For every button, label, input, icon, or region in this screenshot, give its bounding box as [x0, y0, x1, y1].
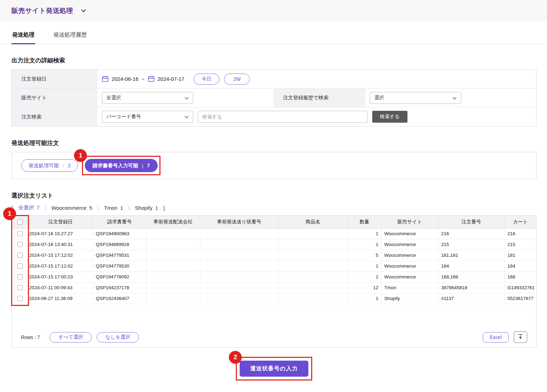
order-list-section-title: 選択注文リスト — [12, 192, 537, 200]
row-checkbox[interactable] — [17, 242, 23, 247]
main-content: 出力注文の詳細検索 注文登録日 2024-06-16 ~ 2024-07-17 … — [0, 56, 547, 381]
today-button[interactable]: 今日 — [194, 74, 219, 85]
select-all-button[interactable]: すべて選択 — [50, 332, 92, 343]
col-order-no: 注文番号 — [438, 216, 504, 228]
row-checkbox[interactable] — [17, 285, 23, 290]
row-checkbox[interactable] — [17, 253, 23, 258]
form-row-site: 販売サイト 全選択 注文登録履歴で検索 選択 — [12, 89, 536, 107]
search-button[interactable]: 検索する — [372, 111, 407, 123]
site-select[interactable]: 全選択 — [102, 92, 193, 104]
search-type-select[interactable]: バーコード番号 — [102, 111, 193, 123]
table-footer: Rows : 7 すべて選択 なしを選択 Excel — [12, 328, 536, 347]
order-table-box: 1 注文登録日 請求書番号 事前発送配送会社 事前発送送り状番号 商品名 数量 … — [12, 215, 537, 348]
search-input[interactable] — [198, 111, 368, 123]
table-row: 2024-07-11 00:09:43 QSP194237178 12 Tmon… — [12, 282, 536, 293]
order-table: 注文登録日 請求書番号 事前発送配送会社 事前発送送り状番号 商品名 数量 販売… — [12, 216, 536, 304]
table-row: 2024-07-15 17:12:02 QSP194779530 1 Wooco… — [12, 261, 536, 271]
table-row: 2024-07-16 15:27:27 QSP194900963 1 Wooco… — [12, 228, 536, 239]
filter-woocommerce[interactable]: Woocommerce5 — [51, 205, 92, 211]
col-tracking-no: 事前発送送り状番号 — [200, 216, 278, 228]
order-date-controls: 2024-06-16 ~ 2024-07-17 今日 2W — [97, 70, 536, 88]
annotation-badge-1: 1 — [74, 149, 87, 162]
col-order-date: 注文登録日 — [28, 216, 93, 228]
form-row-order-search: 注文検索 バーコード番号 検索する — [12, 107, 536, 126]
chevron-down-icon — [452, 95, 457, 101]
chevron-down-icon — [81, 9, 86, 13]
shippable-filter-button[interactable]: 発送処理可能 | 2 — [21, 159, 78, 172]
select-none-button[interactable]: なしを選択 — [97, 332, 139, 343]
date-range: 2024-06-16 ~ 2024-07-17 — [102, 76, 184, 82]
table-footer-right: Excel — [483, 331, 527, 343]
bottom-action-area: 2 運送状番号の入力 — [12, 357, 537, 381]
top-bar: 販売サイト発送処理 — [0, 0, 547, 22]
tab-shipping-history[interactable]: 発送処理履歴 — [53, 30, 88, 44]
site-filter-bar: [ 全選択7 | Woocommerce5 | Tmon1 | Shopify1… — [12, 205, 537, 211]
col-quantity: 数量 — [347, 216, 381, 228]
col-carrier: 事前発送配送会社 — [146, 216, 200, 228]
col-product-name: 商品名 — [278, 216, 347, 228]
tracking-number-input-button[interactable]: 運送状番号の入力 — [240, 361, 308, 377]
page-title-dropdown[interactable]: 販売サイト発送処理 — [12, 6, 86, 15]
tab-shipping[interactable]: 発送処理 — [12, 30, 35, 44]
table-row: 2024-07-15 17:00:23 QSP194778092 2 Wooco… — [12, 271, 536, 282]
calendar-from-icon[interactable] — [102, 76, 108, 82]
row-checkbox[interactable] — [17, 263, 23, 269]
form-row-order-date: 注文登録日 2024-06-16 ~ 2024-07-17 今日 2W — [12, 70, 536, 89]
table-header-row: 注文登録日 請求書番号 事前発送配送会社 事前発送送り状番号 商品名 数量 販売… — [12, 216, 536, 228]
calendar-to-icon[interactable] — [148, 76, 155, 82]
site-controls: 全選択 — [97, 89, 274, 107]
available-orders-box: 発送処理可能 | 2 1 請求書番号入力可能 | 7 — [12, 152, 537, 179]
col-invoice-no: 請求書番号 — [93, 216, 146, 228]
export-download-button[interactable] — [514, 331, 527, 343]
history-controls: 選択 — [365, 89, 536, 107]
row-checkbox[interactable] — [17, 274, 23, 279]
annotation-badge-1-table: 1 — [3, 207, 16, 220]
search-form: 注文登録日 2024-06-16 ~ 2024-07-17 今日 2W — [12, 69, 537, 126]
available-section-title: 発送処理可能注文 — [12, 139, 537, 147]
row-checkbox[interactable] — [17, 231, 23, 236]
table-row: 2024-07-16 13:40:31 QSP194889928 1 Wooco… — [12, 239, 536, 250]
tab-bar: 発送処理 発送処理履歴 — [0, 30, 547, 44]
select-all-checkbox[interactable] — [17, 220, 23, 225]
search-type-value: バーコード番号 — [106, 114, 141, 120]
date-to-value: 2024-07-17 — [158, 76, 185, 82]
rows-count-label: Rows : 7 — [21, 335, 40, 340]
excel-export-button[interactable]: Excel — [483, 332, 509, 343]
row-checkbox[interactable] — [17, 296, 23, 301]
filter-tmon[interactable]: Tmon1 — [104, 205, 123, 211]
table-row: 2024-06-27 11:36:09 QSP192436407 1 Shopi… — [12, 293, 536, 304]
history-select[interactable]: 選択 — [370, 92, 461, 104]
col-site: 販売サイト — [381, 216, 438, 228]
site-label: 販売サイト — [12, 89, 97, 107]
filter-all[interactable]: 全選択7 — [18, 205, 39, 211]
date-from-value: 2024-06-16 — [112, 76, 138, 82]
table-row: 2024-07-15 17:12:02 QSP194779531 5 Wooco… — [12, 250, 536, 261]
invoice-input-filter-button[interactable]: 請求書番号入力可能 | 7 — [85, 159, 157, 172]
col-cart: カート — [504, 216, 536, 228]
date-range-separator: ~ — [142, 76, 145, 82]
order-search-controls: バーコード番号 検索する — [97, 107, 536, 126]
page-title: 販売サイト発送処理 — [12, 6, 73, 15]
annotation-box-2: 2 運送状番号の入力 — [236, 357, 312, 381]
order-date-label: 注文登録日 — [12, 70, 97, 88]
order-search-label: 注文検索 — [12, 107, 97, 126]
search-section-title: 出力注文の詳細検索 — [12, 56, 537, 64]
filter-shopify[interactable]: Shopify1 — [135, 205, 158, 211]
history-select-value: 選択 — [374, 95, 384, 101]
chevron-down-icon — [185, 114, 189, 120]
site-select-value: 全選択 — [106, 95, 121, 101]
download-icon — [518, 334, 523, 340]
history-search-label: 注文登録履歴で検索 — [274, 89, 365, 107]
chevron-down-icon — [185, 95, 189, 101]
two-weeks-button[interactable]: 2W — [224, 74, 250, 85]
annotation-box-1: 1 請求書番号入力可能 | 7 — [82, 156, 160, 175]
